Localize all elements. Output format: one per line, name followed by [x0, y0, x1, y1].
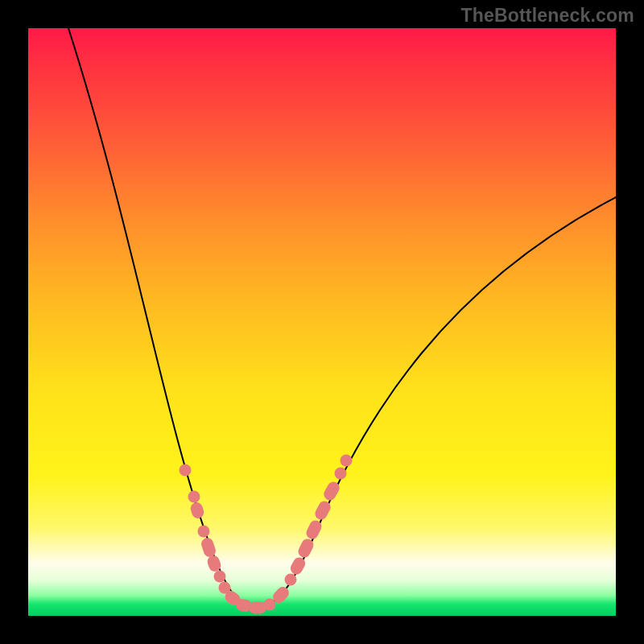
- curve-marker: [188, 491, 200, 503]
- curve-marker: [180, 464, 192, 477]
- chart-frame: TheBottleneck.com: [0, 0, 644, 644]
- curve-marker: [341, 455, 353, 467]
- bottleneck-curve: [68, 28, 616, 608]
- curve-marker: [264, 599, 276, 611]
- curve-marker: [214, 571, 226, 583]
- curve-marker: [189, 501, 205, 520]
- watermark-text: TheBottleneck.com: [460, 5, 634, 27]
- curve-markers: [180, 455, 353, 614]
- plot-area: [28, 28, 616, 616]
- curve-marker: [198, 526, 210, 538]
- curve-marker: [285, 574, 297, 586]
- curve-marker: [200, 536, 217, 558]
- chart-svg: [28, 28, 616, 616]
- curve-marker: [335, 468, 347, 480]
